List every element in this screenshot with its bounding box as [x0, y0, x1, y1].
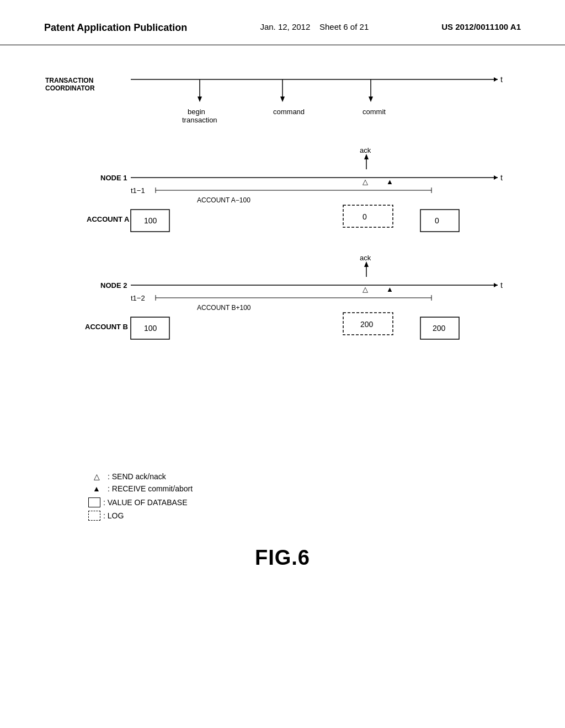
- account-b-100-label: ACCOUNT B+100: [197, 304, 251, 312]
- triangle2-symbol: ▲: [386, 285, 393, 293]
- begin-label: begin: [188, 108, 205, 116]
- account-a-100-label: ACCOUNT A−100: [197, 196, 250, 204]
- dashed-box-icon: [88, 511, 100, 521]
- account-a-val1: 100: [144, 216, 157, 225]
- ack1-label: ack: [360, 146, 371, 154]
- delta2-symbol: △: [363, 285, 368, 293]
- node2-arrow: [494, 283, 498, 287]
- header-center: Jan. 12, 2012 Sheet 6 of 21: [260, 22, 369, 31]
- publication-label: Patent Application Publication: [44, 22, 187, 34]
- t-label-tc: t: [500, 75, 503, 84]
- triangle-symbol: ▲: [88, 484, 105, 493]
- transaction-label: transaction: [182, 116, 217, 124]
- legend-dashed-box: : LOG: [88, 511, 521, 521]
- delta1-symbol: △: [363, 178, 368, 186]
- delta-text: : SEND ack/nack: [108, 472, 166, 481]
- account-a-box3: [420, 210, 459, 232]
- header: Patent Application Publication Jan. 12, …: [0, 0, 565, 45]
- node1-arrow: [494, 175, 498, 180]
- t1-2-label: t1−2: [131, 294, 145, 302]
- t-label-n2: t: [500, 281, 503, 290]
- account-b-val3: 200: [433, 324, 446, 333]
- account-a-val3: 0: [435, 216, 439, 225]
- delta-symbol: △: [88, 472, 105, 481]
- solid-box-icon: [88, 497, 100, 507]
- solid-box-text: : VALUE OF DATABASE: [103, 498, 187, 507]
- command-arrow-head: [280, 97, 285, 102]
- triangle1-symbol: ▲: [386, 178, 393, 186]
- node2-label: NODE 2: [100, 281, 127, 290]
- sheet-label: Sheet 6 of 21: [319, 22, 369, 31]
- legend-delta: △ : SEND ack/nack: [88, 472, 521, 481]
- ack2-arrowhead: [364, 261, 369, 267]
- legend-solid-box: : VALUE OF DATABASE: [88, 497, 521, 507]
- patent-number: US 2012/0011100 A1: [441, 22, 521, 31]
- page: Patent Application Publication Jan. 12, …: [0, 0, 565, 728]
- diagram-area: TRANSACTION COORDINATOR t begin transact…: [0, 45, 565, 467]
- main-diagram: TRANSACTION COORDINATOR t begin transact…: [44, 56, 521, 453]
- node1-label: NODE 1: [100, 174, 127, 182]
- dashed-box-text: : LOG: [103, 511, 124, 520]
- account-b-val2: 200: [360, 320, 374, 329]
- commit-label: commit: [363, 108, 386, 116]
- ack1-arrowhead: [364, 154, 369, 159]
- triangle-text: : RECEIVE commit/abort: [108, 484, 193, 493]
- t-label-n1: t: [500, 173, 503, 182]
- tc-timeline-arrow: [494, 77, 498, 82]
- account-b-val1: 100: [144, 324, 157, 333]
- account-a-val2: 0: [363, 212, 367, 221]
- ack2-label: ack: [360, 254, 371, 262]
- figure-label: FIG.6: [0, 546, 565, 570]
- account-a-label: ACCOUNT A: [87, 215, 130, 223]
- t1-1-label: t1−1: [131, 186, 145, 195]
- legend-triangle: ▲ : RECEIVE commit/abort: [88, 484, 521, 493]
- legend-area: △ : SEND ack/nack ▲ : RECEIVE commit/abo…: [0, 467, 565, 529]
- account-a-log-box: [343, 205, 393, 227]
- begin-arrow-head: [198, 97, 202, 102]
- command-label: command: [273, 108, 305, 116]
- tc-label: TRANSACTION: [45, 77, 93, 84]
- date-label: Jan. 12, 2012: [260, 22, 310, 31]
- commit-arrow-head: [369, 97, 373, 102]
- tc-label2: COORDINATOR: [45, 84, 95, 92]
- account-b-label: ACCOUNT B: [85, 323, 128, 331]
